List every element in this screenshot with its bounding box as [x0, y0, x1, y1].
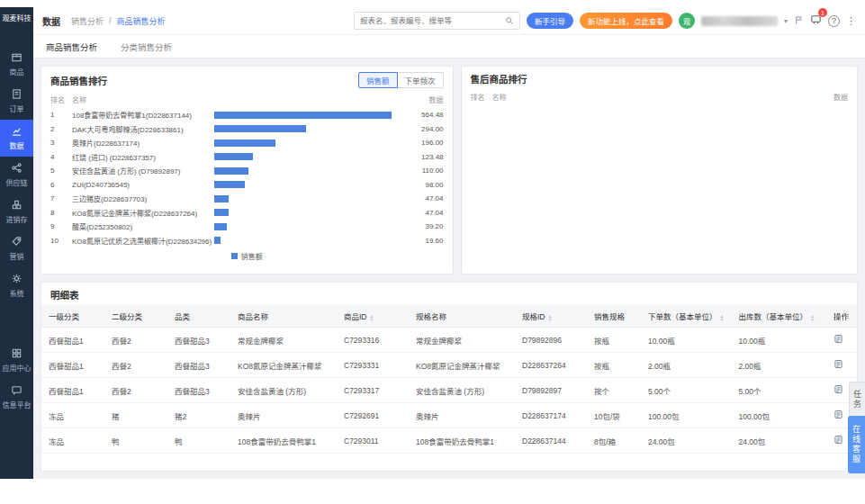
message-bubble-icon — [11, 384, 23, 398]
notification-icon[interactable]: 1 — [810, 13, 822, 29]
sidebar-item-inventory[interactable]: 进销存 — [0, 194, 33, 230]
report-tabs: 商品销售分析 分类销售分析 — [33, 34, 865, 58]
sidebar-item-label: 商品 — [10, 67, 24, 76]
grid-icon — [11, 347, 23, 361]
breadcrumb-section[interactable]: 销售分析 — [71, 15, 104, 27]
sidebar-item-label: 供应链 — [6, 177, 28, 187]
sidebar-item-marketing[interactable]: 营销 — [0, 230, 33, 267]
col-category-1[interactable]: 一级分类 — [41, 305, 104, 328]
col-order-qty[interactable]: 下单数（基本单位）▲▼ — [641, 305, 731, 328]
order-doc-icon — [11, 88, 23, 102]
aftersale-ranking-panel: 售后商品排行 排名 名称 数据 — [461, 66, 858, 274]
chart-row: 1108食富带奶去骨鸭掌1(D228637144)564.48 — [50, 108, 444, 122]
metric-toggle: 销售额 下单频次 — [358, 72, 444, 88]
guide-button[interactable]: 新手引导 — [527, 13, 573, 29]
sort-icon[interactable]: ▲▼ — [720, 314, 725, 321]
tag-icon — [11, 236, 23, 249]
avatar[interactable]: 观 — [679, 13, 695, 29]
sidebar-item-info-platform[interactable]: 信息平台 — [0, 379, 33, 416]
panel-title: 明细表 — [50, 288, 79, 302]
col-actions: 操作 — [826, 305, 857, 328]
sales-ranking-panel: 商品销售排行 销售额 下单频次 排名 名称 数据 — [41, 66, 454, 274]
col-rank: 排名 — [471, 92, 492, 102]
inventory-boxes-icon — [11, 199, 23, 212]
flag-icon[interactable] — [794, 13, 804, 29]
task-side-tab[interactable]: 任务 — [849, 382, 865, 418]
col-name: 名称 — [492, 92, 635, 102]
app-window: 观麦科技 商品 订单 数据 供应链 — [0, 0, 865, 504]
sidebar-item-orders[interactable]: 订单 — [0, 83, 33, 120]
sidebar-item-label: 进销存 — [6, 214, 28, 224]
panel-title: 售后商品排行 — [471, 72, 527, 86]
table-row: 西餐甜品1西餐2西餐甜品3KO8氮原记金牌蒸汁椰浆C7293331KO8氮原记金… — [41, 353, 857, 378]
detail-table-panel: 明细表 一级分类 二级分类 品类 商品名称 商品ID▲▼ — [41, 282, 858, 472]
table-row: 冻品猪猪2奥辣片C7292691奥辣片D22863717410包/袋100.00… — [41, 403, 857, 428]
row-action-icon[interactable] — [833, 337, 843, 346]
sidebar-item-label: 营销 — [10, 251, 24, 261]
col-name: 名称 — [72, 94, 214, 104]
sidebar-item-label: 系统 — [10, 288, 24, 298]
chart-row: 10KO8氮原记优质之选黑椒椰汁(D228634296)19.60 — [50, 234, 444, 248]
bar — [214, 195, 229, 202]
bar — [214, 140, 275, 147]
table-row: 西餐甜品1西餐2西餐甜品3安佳含盐黄油 (方形)C7293317安佳含盐黄油 (… — [41, 378, 857, 403]
sort-icon[interactable]: ▲▼ — [810, 314, 815, 321]
sort-icon[interactable]: ▲▼ — [370, 314, 374, 321]
row-action-icon[interactable] — [833, 387, 843, 396]
more-menu-icon[interactable]: ⋮ — [846, 15, 856, 27]
promo-button[interactable]: 新功能上线，点此查看 — [580, 13, 672, 29]
goods-box-icon — [11, 51, 23, 65]
table-row: 冻品鸭鸭108食富带奶去骨鸭掌1C7293011108食富带奶去骨鸭掌1D228… — [41, 428, 857, 454]
gear-icon — [11, 273, 23, 286]
bar — [214, 112, 392, 119]
sidebar-item-supply-chain[interactable]: 供应链 — [0, 157, 33, 194]
sidebar-item-app-center[interactable]: 应用中心 — [0, 342, 33, 379]
top-header: 数据 销售分析 / 商品销售分析 新手引导 新功能上线，点此查看 观 ▾ — [33, 7, 865, 34]
row-action-icon[interactable] — [833, 437, 843, 446]
breadcrumb-module[interactable]: 数据 — [42, 14, 60, 28]
toggle-sales-amount[interactable]: 销售额 — [358, 72, 398, 88]
col-product-id[interactable]: 商品ID▲▼ — [337, 305, 409, 328]
col-spec-name[interactable]: 规格名称 — [409, 305, 515, 328]
bar — [214, 153, 253, 160]
sidebar-item-label: 数据 — [10, 140, 24, 150]
chart-legend: 销售额 — [50, 248, 444, 263]
panel-title: 商品销售排行 — [50, 74, 107, 87]
detail-table-scroll[interactable]: 一级分类 二级分类 品类 商品名称 商品ID▲▼ 规格名称 规格ID▲▼ 销售规… — [41, 305, 857, 471]
col-product-name[interactable]: 商品名称 — [230, 305, 337, 328]
sidebar-item-goods[interactable]: 商品 — [0, 46, 33, 83]
sort-icon[interactable]: ▲▼ — [548, 314, 553, 321]
col-value: 数据 — [397, 94, 444, 104]
tab-product-sales-analysis[interactable]: 商品销售分析 — [46, 40, 97, 53]
col-category-2[interactable]: 二级分类 — [104, 305, 167, 328]
chart-row: 3奥辣片(D228637174)196.00 — [50, 136, 444, 150]
col-spec-id[interactable]: 规格ID▲▼ — [515, 305, 587, 328]
chart-row: 5安佳含盐黄油 (方形) (D79892897)110.00 — [50, 164, 444, 178]
breadcrumb-current: 商品销售分析 — [117, 15, 166, 27]
sidebar-item-data[interactable]: 数据 — [0, 120, 33, 157]
help-icon[interactable]: ? — [828, 15, 840, 27]
chart-line-icon — [11, 125, 23, 139]
sidebar-item-system[interactable]: 系统 — [0, 267, 33, 304]
tab-category-sales-analysis[interactable]: 分类销售分析 — [121, 40, 172, 53]
bar — [214, 167, 248, 175]
bar — [214, 223, 227, 230]
global-search[interactable] — [354, 12, 520, 30]
bar — [214, 209, 229, 216]
sidebar-item-label: 应用中心 — [3, 363, 32, 373]
search-input[interactable] — [360, 16, 505, 25]
row-action-icon[interactable] — [833, 362, 843, 371]
sales-ranking-chart: 排名 名称 数据 1108食富带奶去骨鸭掌1(D228637144)564.48… — [41, 92, 453, 274]
legend-swatch — [231, 253, 238, 259]
empty-table-body — [471, 105, 848, 270]
company-name-blurred — [701, 16, 778, 26]
search-icon[interactable] — [505, 13, 514, 29]
chevron-down-icon[interactable]: ▾ — [784, 17, 788, 25]
row-action-icon[interactable] — [833, 412, 843, 421]
col-outbound-qty[interactable]: 出库数（基本单位）▲▼ — [731, 305, 821, 328]
col-rank: 排名 — [50, 94, 72, 104]
toggle-order-frequency[interactable]: 下单频次 — [398, 72, 444, 88]
customer-service-side-tab[interactable]: 在线客服 — [848, 416, 865, 473]
col-category-3[interactable]: 品类 — [167, 305, 230, 328]
col-sales-spec[interactable]: 销售规格 — [587, 305, 641, 328]
